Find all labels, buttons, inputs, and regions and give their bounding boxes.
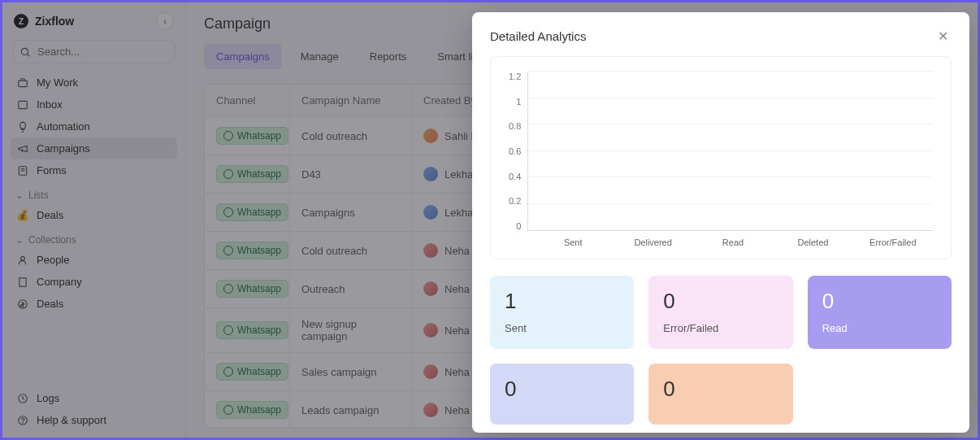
chart-plot-area (527, 72, 933, 231)
y-tick: 0.4 (509, 172, 521, 181)
stat-label: Error/Failed (663, 322, 778, 334)
y-tick: 0.2 (509, 196, 521, 206)
stat-label: Read (822, 322, 937, 334)
y-tick: 0.8 (509, 121, 521, 131)
stat-card-5[interactable]: 0 (648, 364, 792, 425)
stat-value: 0 (663, 377, 778, 402)
close-icon: ✕ (938, 28, 948, 44)
x-tick: Error/Failed (853, 231, 933, 247)
stat-value: 0 (505, 377, 619, 402)
close-button[interactable]: ✕ (934, 27, 952, 45)
stat-value: 0 (663, 289, 778, 314)
y-tick: 0 (516, 221, 521, 231)
analytics-chart: 1.210.80.60.40.20 SentDeliveredReadDelet… (490, 56, 952, 259)
stat-label: Sent (505, 322, 619, 334)
detailed-analytics-modal: Detailed Analytics ✕ 1.210.80.60.40.20 S… (472, 12, 969, 433)
stat-value: 0 (822, 289, 937, 314)
chart-y-axis: 1.210.80.60.40.20 (509, 72, 527, 231)
stat-read[interactable]: 0 Read (808, 276, 952, 349)
x-tick: Read (693, 231, 773, 247)
stat-error-failed[interactable]: 0 Error/Failed (648, 276, 792, 349)
chart-x-axis: SentDeliveredReadDeletedError/Failed (533, 231, 933, 247)
stat-sent[interactable]: 1 Sent (490, 276, 634, 349)
x-tick: Deleted (773, 231, 852, 247)
y-tick: 1 (516, 97, 521, 107)
stat-cards: 1 Sent 0 Error/Failed 0 Read 0 0 (490, 276, 952, 425)
x-tick: Sent (533, 231, 613, 247)
stat-card-4[interactable]: 0 (490, 364, 634, 425)
y-tick: 1.2 (509, 72, 521, 81)
modal-title: Detailed Analytics (490, 29, 586, 43)
x-tick: Delivered (613, 231, 692, 247)
stat-value: 1 (505, 289, 619, 314)
y-tick: 0.6 (509, 146, 521, 156)
